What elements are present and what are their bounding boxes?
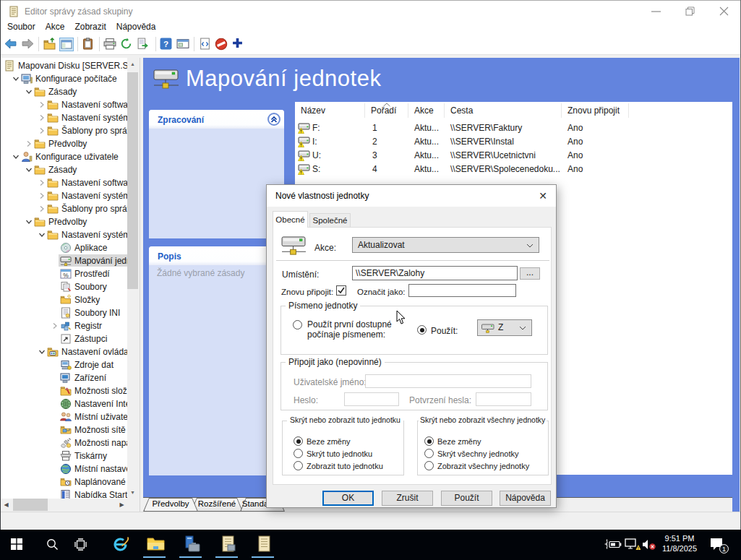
dialog-button-nápověda[interactable]: Nápověda: [500, 491, 551, 506]
chevron-expanded-icon[interactable]: [11, 152, 21, 162]
chevron-expanded-icon[interactable]: [24, 87, 34, 97]
drive-row[interactable]: I:2Aktu...\\SERVER\InstalAno: [295, 135, 732, 149]
use-letter-radio[interactable]: [417, 325, 427, 335]
reconnect-checkbox[interactable]: [336, 285, 346, 296]
tree-item[interactable]: Soubory: [1, 280, 127, 293]
tree-item[interactable]: Naplánované úlohy: [1, 475, 127, 488]
column-header-0[interactable]: Název: [295, 103, 365, 118]
no-entry-icon[interactable]: [215, 38, 228, 51]
tree-item[interactable]: Možnosti sítě: [1, 423, 127, 436]
dialog-button-zrušit[interactable]: Zrušit: [382, 491, 433, 506]
export-list-icon[interactable]: [137, 38, 150, 51]
gpeditor-icon[interactable]: [248, 530, 280, 559]
tree-item[interactable]: Místní uživatelé a skupiny: [1, 410, 127, 423]
taskbar-clock[interactable]: 9:51 PM11/8/2025: [660, 533, 699, 553]
radio-hide-all-radios-2[interactable]: [424, 461, 434, 470]
tree-item[interactable]: Nastavení ovládacích panelů: [1, 345, 127, 358]
radio-hide-this-radios-2[interactable]: [294, 461, 303, 470]
bottom-tab-1[interactable]: Předvolby: [143, 498, 198, 512]
tree-item[interactable]: Registr: [1, 319, 127, 332]
dialog-close-icon[interactable]: ✕: [536, 189, 549, 202]
tree-item[interactable]: Soubory INI: [1, 306, 127, 319]
tree-item[interactable]: Předvolby: [1, 137, 127, 150]
server-manager-icon[interactable]: [176, 530, 208, 559]
radio-hide-all-radios-1[interactable]: [424, 449, 434, 458]
task-view-icon[interactable]: [64, 530, 97, 559]
tree-item[interactable]: Nastavení systému Windows: [1, 228, 127, 241]
dialog-button-ok[interactable]: OK: [322, 491, 374, 506]
ie-icon[interactable]: [104, 530, 137, 559]
tree-item[interactable]: Nastavení systému Windows: [1, 111, 127, 124]
close-button[interactable]: [714, 1, 734, 22]
console-tree-toggle-icon[interactable]: [59, 38, 72, 51]
scroll-down-icon[interactable]: ▼: [127, 486, 138, 499]
tree-item[interactable]: Zástupci: [1, 332, 127, 345]
console-tree[interactable]: Mapovani Disku [SERVER.SPOKonfigurace po…: [1, 58, 127, 499]
chevron-expanded-icon[interactable]: [24, 165, 34, 175]
tree-item[interactable]: Konfigurace počítače: [1, 72, 127, 85]
username-field[interactable]: [365, 374, 531, 388]
chevron-collapsed-icon[interactable]: [37, 100, 47, 110]
scroll-left-icon[interactable]: ◀: [1, 499, 12, 511]
drive-row[interactable]: U:3Aktu...\\SERVER\UcetnictvniAno: [295, 149, 732, 163]
scroll-right-icon[interactable]: ▶: [116, 499, 127, 511]
drive-row[interactable]: S:4Aktu...\\SERVER\Spolecenedoku...Ano: [295, 163, 732, 176]
scroll-up-icon[interactable]: ▲: [127, 58, 138, 70]
menu-nápověda[interactable]: Nápověda: [116, 22, 156, 32]
collapse-chevron-icon[interactable]: [267, 113, 280, 126]
tree-item[interactable]: Nabídka Start: [1, 488, 127, 499]
tree-item[interactable]: Nastavení systému Windows: [1, 189, 127, 202]
chevron-collapsed-icon[interactable]: [37, 126, 47, 136]
explorer-icon[interactable]: [140, 530, 172, 559]
restore-button[interactable]: [680, 1, 700, 22]
tree-item[interactable]: Mapovani Disku [SERVER.SPO: [1, 59, 127, 72]
tree-item[interactable]: %Prostředí: [1, 267, 127, 280]
tree-item[interactable]: Aplikace: [1, 241, 127, 254]
tree-vertical-scrollbar[interactable]: ▲ ▼: [127, 58, 138, 499]
help-icon[interactable]: ?: [160, 38, 173, 51]
password-field[interactable]: [344, 392, 399, 406]
drive-letter-combobox[interactable]: Z: [477, 319, 532, 336]
tree-item[interactable]: Mapování jednotek: [1, 254, 127, 267]
tree-item[interactable]: Zařízení: [1, 371, 127, 384]
column-header-3[interactable]: Cesta: [445, 103, 562, 118]
chevron-expanded-icon[interactable]: [11, 74, 21, 84]
tree-item[interactable]: Nastavení softwaru: [1, 98, 127, 111]
volume-muted-icon[interactable]: [642, 538, 656, 551]
chevron-collapsed-icon[interactable]: [37, 191, 47, 201]
drive-row[interactable]: F:1Aktu...\\SERVER\FakturyAno: [295, 121, 732, 135]
clipboard-icon[interactable]: [82, 38, 95, 51]
tree-item[interactable]: Možnosti složky: [1, 384, 127, 397]
tree-horizontal-scrollbar[interactable]: ◀ ▶: [1, 499, 127, 511]
radio-hide-this-radios-0[interactable]: [294, 436, 303, 446]
column-header-2[interactable]: Akce: [408, 103, 445, 118]
chevron-collapsed-icon[interactable]: [50, 321, 60, 331]
browse-button[interactable]: ...: [520, 267, 540, 280]
print-icon[interactable]: [103, 38, 116, 51]
location-field[interactable]: \\SERVER\Zalohy: [352, 266, 518, 280]
tree-item[interactable]: Možnosti napájení: [1, 436, 127, 449]
dialog-button-použít[interactable]: Použít: [441, 491, 492, 506]
menu-soubor[interactable]: Soubor: [7, 22, 35, 32]
back-icon[interactable]: [4, 38, 17, 51]
tree-item[interactable]: Nastavení Internetu: [1, 397, 127, 410]
menu-zobrazit[interactable]: Zobrazit: [74, 22, 106, 32]
tree-item[interactable]: Konfigurace uživatele: [1, 150, 127, 163]
refresh-icon[interactable]: [120, 38, 133, 51]
chevron-expanded-icon[interactable]: [37, 230, 47, 240]
tree-item[interactable]: Nastavení softwaru: [1, 176, 127, 189]
use-first-available-radio[interactable]: [293, 320, 302, 329]
action-combobox[interactable]: Aktualizovat: [352, 237, 539, 253]
report-icon[interactable]: [199, 38, 212, 51]
tree-item[interactable]: Místní nastavení: [1, 462, 127, 475]
forward-icon[interactable]: [22, 38, 35, 51]
tree-item[interactable]: Zásady: [1, 85, 127, 98]
radio-hide-this-radios-1[interactable]: [294, 449, 303, 458]
power-tray-icon[interactable]: [604, 538, 622, 550]
tree-item[interactable]: Šablony pro správu: Defin: [1, 202, 127, 215]
tree-item[interactable]: Tiskárny: [1, 449, 127, 462]
network-warning-icon[interactable]: [625, 538, 641, 551]
tree-vscroll-thumb[interactable]: [127, 72, 138, 289]
tree-item[interactable]: Zásady: [1, 163, 127, 176]
minimize-button[interactable]: [646, 1, 666, 22]
